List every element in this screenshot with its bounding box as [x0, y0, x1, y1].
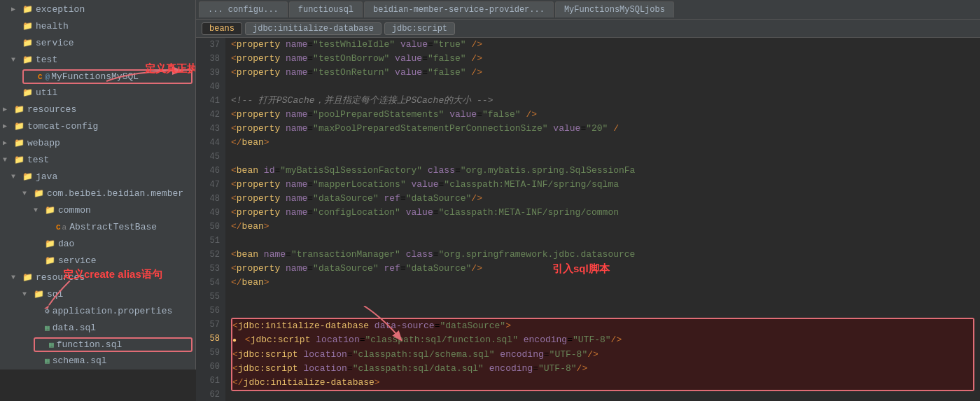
- breadcrumb-beans[interactable]: beans: [202, 22, 242, 35]
- arrow-icon: [34, 204, 45, 218]
- tree-item-data-sql[interactable]: ▦ data.sql: [0, 320, 195, 337]
- tab-myfunctions[interactable]: MyFunctionsMySQLjobs: [555, 1, 674, 17]
- arrow-icon: [11, 170, 22, 184]
- tree-item-schema-sql[interactable]: ▦ schema.sql: [0, 353, 195, 370]
- tree-item-myfunctionsmysql[interactable]: C @ MyFunctionsMySQL: [22, 69, 192, 84]
- folder-icon: [45, 204, 55, 218]
- java-annotation-icon: @: [46, 73, 50, 81]
- tree-label-myfunctions: MyFunctionsMySQL: [51, 71, 139, 82]
- tree-label-function-sql: function.sql: [57, 339, 122, 350]
- line-num-61: 61: [199, 374, 220, 388]
- code-line-40: [231, 80, 974, 94]
- code-line-62: [231, 391, 974, 401]
- tree-label: sql: [47, 288, 63, 302]
- tab-functiousql[interactable]: functiousql: [289, 1, 363, 17]
- line-num-43: 43: [199, 122, 220, 136]
- folder-icon: [22, 170, 33, 184]
- breadcrumb-bar: beans jdbc:initialize-database jdbc:scri…: [196, 20, 980, 38]
- tree-item-util[interactable]: util: [0, 85, 195, 101]
- tree-item-exception[interactable]: exception: [0, 1, 195, 18]
- code-line-48: <property name="dataSource" ref="dataSou…: [231, 192, 974, 206]
- tree-item-abstract-test-base[interactable]: C a AbstractTestBase: [0, 219, 195, 236]
- code-line-60: <jdbc:script location="classpath:sql/dat…: [232, 362, 973, 376]
- folder-icon: [14, 103, 24, 117]
- editor-tabs-bar: ... configu... functiousql beidian-membe…: [196, 0, 980, 20]
- tree-label: test: [36, 53, 57, 67]
- tab-configu[interactable]: ... configu...: [199, 1, 288, 17]
- line-num-48: 48: [199, 192, 220, 206]
- code-line-57: <jdbc:initialize-database data-source="d…: [232, 319, 973, 333]
- code-line-38: <property name="testOnBorrow" value="fal…: [231, 52, 974, 66]
- tree-item-function-sql[interactable]: ▦ function.sql: [34, 337, 192, 352]
- tree-label: schema.sql: [52, 354, 107, 368]
- tree-label: health: [36, 20, 69, 34]
- sql-icon-function: ▦: [49, 340, 54, 349]
- arrow-icon: [22, 288, 34, 302]
- tree-item-test-main[interactable]: test: [0, 52, 195, 69]
- tree-item-service-test[interactable]: service: [0, 253, 195, 269]
- code-line-49: <property name="configLocation" value="c…: [231, 206, 974, 220]
- properties-icon: ⚙: [45, 304, 50, 318]
- tree-item-dao[interactable]: dao: [0, 236, 195, 253]
- line-num-47: 47: [199, 178, 220, 192]
- tree-item-package[interactable]: com.beibei.beidian.member: [0, 185, 195, 202]
- line-num-54: 54: [199, 276, 220, 290]
- tree-item-test-root[interactable]: test: [0, 152, 195, 169]
- arrow-icon: [11, 53, 22, 67]
- folder-icon: [14, 136, 24, 150]
- folder-icon: [14, 120, 24, 134]
- file-tree: exception health service test: [0, 0, 196, 370]
- tree-item-common[interactable]: common: [0, 202, 195, 219]
- tree-item-tomcat-config[interactable]: tomcat-config: [0, 118, 195, 135]
- tree-label: common: [58, 204, 91, 218]
- folder-icon: [34, 288, 44, 302]
- line-num-58: 58: [199, 332, 220, 346]
- tree-item-health[interactable]: health: [0, 18, 195, 35]
- file-tree-panel: exception health service test: [0, 0, 196, 401]
- code-content: <property name="testWhileIdle" value="tr…: [225, 38, 980, 401]
- tree-item-service[interactable]: service: [0, 35, 195, 52]
- arrow-icon: [22, 187, 34, 201]
- arrow-icon: [11, 3, 22, 17]
- tree-label: dao: [58, 237, 74, 251]
- sql-icon: ▦: [45, 321, 50, 335]
- line-num-37: 37: [199, 38, 220, 52]
- tree-item-resources-test[interactable]: resources: [0, 269, 195, 286]
- arrow-icon: [3, 120, 14, 134]
- code-line-43: <property name="maxPoolPreparedStatement…: [231, 122, 974, 136]
- tab-beidian[interactable]: beidian-member-service-provider...: [364, 1, 554, 17]
- tree-label: tomcat-config: [27, 120, 98, 134]
- tree-item-application-properties[interactable]: ⚙ application.properties: [0, 303, 195, 320]
- folder-icon: [22, 20, 33, 34]
- line-num-41: 41: [199, 94, 220, 108]
- arrow-icon: [3, 103, 14, 117]
- folder-icon: [22, 271, 33, 285]
- line-num-55: 55: [199, 290, 220, 304]
- breadcrumb-jdbc-init[interactable]: jdbc:initialize-database: [245, 22, 382, 35]
- tree-label: service: [36, 36, 74, 50]
- arrow-icon: [3, 136, 14, 150]
- code-line-54: </bean>: [231, 276, 974, 290]
- folder-icon: [14, 153, 24, 167]
- tree-label: service: [58, 254, 97, 268]
- line-num-46: 46: [199, 164, 220, 178]
- tree-item-java[interactable]: java: [0, 169, 195, 185]
- code-editor-panel: ... configu... functiousql beidian-membe…: [196, 0, 980, 401]
- arrow-icon: [3, 153, 14, 167]
- line-num-52: 52: [199, 248, 220, 262]
- arrow-icon: [11, 271, 22, 285]
- line-num-51: 51: [199, 234, 220, 248]
- tree-item-resources[interactable]: resources: [0, 101, 195, 118]
- code-area[interactable]: 37 38 39 40 41 42 43 44 45 46 47 48 49 5…: [196, 38, 980, 401]
- code-line-55: [231, 290, 974, 304]
- line-num-39: 39: [199, 66, 220, 80]
- breadcrumb-jdbc-script[interactable]: jdbc:script: [384, 22, 455, 35]
- code-line-51: [231, 234, 974, 248]
- tree-item-webapp[interactable]: webapp: [0, 135, 195, 152]
- line-num-38: 38: [199, 52, 220, 66]
- tree-item-sql-folder[interactable]: sql: [0, 286, 195, 303]
- code-line-58: ● <jdbc:script location="classpath:sql/f…: [232, 333, 973, 348]
- tree-label: test: [27, 153, 49, 167]
- folder-icon: [22, 36, 33, 50]
- line-num-59: 59: [199, 346, 220, 360]
